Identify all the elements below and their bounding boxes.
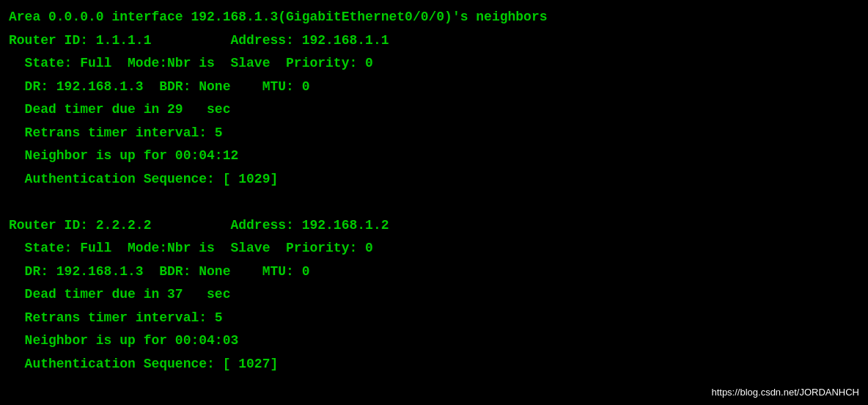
terminal-line: Neighbor is up for 00:04:12	[9, 145, 859, 168]
terminal-line: DR: 192.168.1.3 BDR: None MTU: 0	[9, 260, 859, 284]
terminal-line: DR: 192.168.1.3 BDR: None MTU: 0	[9, 76, 859, 99]
watermark: https://blog.csdn.net/JORDANHCH	[711, 387, 859, 398]
terminal-line: Authentication Sequence: [ 1027]	[9, 353, 859, 376]
terminal-line: State: Full Mode:Nbr is Slave Priority: …	[9, 237, 859, 260]
terminal-window: Area 0.0.0.0 interface 192.168.1.3(Gigab…	[0, 0, 868, 405]
terminal-line: State: Full Mode:Nbr is Slave Priority: …	[9, 52, 859, 76]
terminal-line: Retrans timer interval: 5	[9, 122, 859, 145]
terminal-output: Area 0.0.0.0 interface 192.168.1.3(Gigab…	[9, 6, 859, 376]
terminal-blank-line	[9, 191, 859, 214]
terminal-line: Neighbor is up for 00:04:03	[9, 329, 859, 353]
terminal-line: Dead timer due in 37 sec	[9, 283, 859, 307]
terminal-line: Retrans timer interval: 5	[9, 307, 859, 330]
terminal-line: Router ID: 2.2.2.2 Address: 192.168.1.2	[9, 214, 859, 238]
terminal-line: Area 0.0.0.0 interface 192.168.1.3(Gigab…	[9, 6, 859, 29]
terminal-line: Authentication Sequence: [ 1029]	[9, 168, 859, 191]
terminal-line: Router ID: 1.1.1.1 Address: 192.168.1.1	[9, 29, 859, 53]
terminal-line: Dead timer due in 29 sec	[9, 98, 859, 122]
